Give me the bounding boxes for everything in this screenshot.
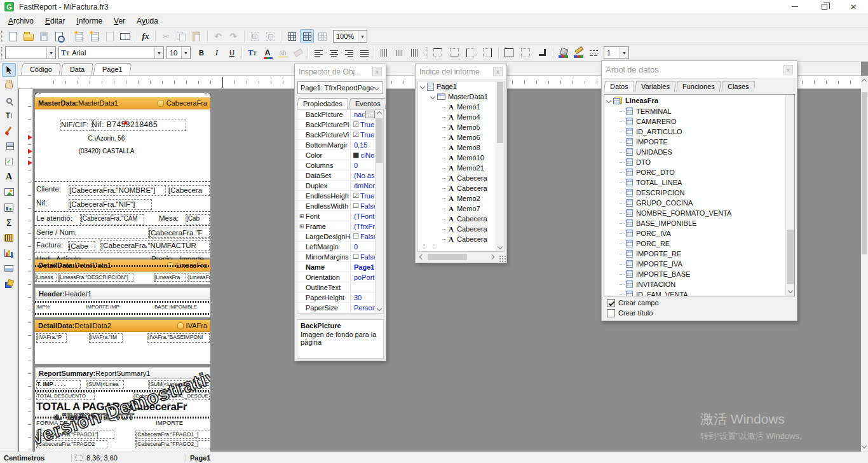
underline-button[interactable]: U [225, 46, 239, 60]
outline-node-memo[interactable]: A Cabecera [418, 214, 504, 224]
chevron-down-icon[interactable] [430, 94, 435, 99]
property-row[interactable]: Columns 0 [297, 160, 383, 170]
band-header-masterdata1[interactable]: MasterData: MasterData1 CabeceraFra [35, 97, 210, 109]
data-tree-tab[interactable]: Datos [604, 81, 635, 92]
tab-propiedades[interactable]: Propiedades [297, 98, 349, 109]
outline-node-memo[interactable]: A Memo4 [418, 112, 504, 122]
open-button[interactable] [22, 29, 36, 43]
memo[interactable]: Factura: [36, 240, 67, 251]
frame-bottom-button[interactable] [447, 46, 461, 60]
property-row[interactable]: OutlineText [297, 282, 383, 293]
maximize-button[interactable] [810, 0, 839, 14]
memo[interactable]: Cliente: [36, 184, 67, 196]
scrollbar-thumb[interactable] [428, 254, 467, 260]
show-grid-button[interactable] [285, 29, 299, 43]
outline-node-memo[interactable]: A Cabecera [418, 224, 504, 234]
scroll-up-icon[interactable] [377, 111, 382, 116]
dataset-node[interactable]: LineasFra [604, 95, 794, 106]
style-select[interactable]: ▼ [5, 46, 56, 59]
designer-tab[interactable]: Código [21, 63, 62, 75]
checkbox-unchecked-icon[interactable] [607, 309, 615, 317]
memo[interactable]: (03420) CASTALLA [64, 148, 149, 158]
chevron-down-icon[interactable] [420, 84, 425, 89]
memo[interactable]: Nif: [36, 198, 62, 210]
data-field-row[interactable]: PORC_DTO [604, 167, 794, 177]
tab-eventos[interactable]: Eventos [349, 98, 387, 109]
format-eraser-button[interactable] [291, 46, 305, 60]
memo[interactable]: [CabeceraFra."FPAGO1_] [135, 431, 210, 439]
fill-color-button[interactable] [557, 46, 571, 60]
property-row[interactable]: MirrorMargins ☐False [297, 252, 383, 262]
scrollbar-vertical[interactable] [496, 81, 504, 251]
value-state-icon[interactable]: ☑ [353, 130, 359, 139]
data-field-row[interactable]: IMPORTE_IVA [604, 259, 794, 269]
scrollbar-horizontal[interactable] [417, 252, 498, 261]
create-title-option[interactable]: Crear título [604, 308, 795, 318]
band-header-detaildata2[interactable]: DetailData: DetailData2 IVAFra [35, 320, 210, 332]
value-state-icon[interactable]: ■ [353, 151, 359, 159]
ungroup-button[interactable] [263, 29, 277, 43]
scroll-right-icon[interactable] [489, 254, 494, 259]
scroll-left-icon[interactable] [419, 254, 424, 259]
scroll-down-icon[interactable] [788, 288, 793, 293]
scroll-down-icon[interactable] [862, 443, 867, 448]
property-row[interactable]: ⊞ Frame (TfrxFram [297, 221, 383, 232]
checkbox-checked-icon[interactable] [607, 299, 615, 307]
outline-node-memo[interactable]: A Memo7 [418, 204, 504, 214]
zoom-tool-button[interactable] [2, 93, 16, 107]
memo[interactable]: [Cabecera [168, 185, 210, 196]
shape-tool-button[interactable] [2, 261, 16, 275]
chart-tool-button[interactable] [2, 246, 16, 260]
data-field-row[interactable]: CAMARERO [604, 116, 794, 127]
create-field-option[interactable]: Crear campo [604, 298, 795, 308]
menu-item[interactable]: Editar [39, 15, 71, 27]
outline-node-page[interactable]: Page1 [418, 81, 504, 92]
data-tree-tab[interactable]: Clases [721, 81, 755, 92]
snap-to-grid-button[interactable] [300, 29, 314, 43]
new-report-button[interactable] [6, 29, 20, 43]
data-field-row[interactable]: BASE_IMPONIBLE [604, 218, 794, 228]
property-row[interactable]: PaperSize Personaliz [297, 303, 383, 313]
insert-band-tool-button[interactable] [2, 139, 16, 153]
band-header-header1[interactable]: Header: Header1 [35, 287, 210, 300]
designer-tab[interactable]: Page1 [93, 63, 132, 75]
italic-button[interactable]: I [210, 46, 224, 60]
memo[interactable]: Le atendió: [36, 214, 78, 224]
menu-item[interactable]: Ver [108, 15, 131, 27]
property-row[interactable]: Orientation poPortrai [297, 272, 383, 282]
property-row[interactable]: Color ■clNone [297, 150, 383, 160]
outline-node-memo[interactable]: A Memo21 [418, 163, 504, 173]
property-row[interactable]: BackPicture nado)… [297, 109, 383, 120]
expand-icon[interactable]: ⊞ [297, 213, 306, 219]
outline-node-memo[interactable]: A Cabecera [418, 173, 504, 183]
memo[interactable]: C.\Azorin, 56 [64, 135, 149, 144]
undo-button[interactable]: ↶ [211, 29, 225, 43]
property-row[interactable]: ⊞ Font (TFont) [297, 211, 383, 221]
outline-node-memo[interactable]: A Memo5 [418, 122, 504, 132]
menu-item[interactable]: Archivo [3, 15, 39, 27]
memo[interactable]: NIF/CIF: [60, 120, 94, 131]
memo[interactable]: T. IMP . . . . [36, 380, 81, 389]
frame-shadow-button[interactable] [535, 46, 549, 60]
hand-tool-button[interactable] [2, 78, 16, 92]
value-state-icon[interactable]: ☐ [353, 252, 359, 261]
panel-title-bar[interactable]: Indice del informex [416, 64, 506, 79]
data-field-row[interactable]: IMPORTE [604, 137, 794, 147]
redo-button[interactable]: ↷ [226, 29, 240, 43]
data-field-row[interactable]: UNIDADES [604, 147, 794, 157]
outline-node-memo[interactable]: A Cabecera [418, 183, 504, 193]
property-row[interactable]: LargeDesignH ☐False [297, 232, 383, 242]
memo[interactable]: BASE IMPONIBLE [154, 304, 209, 312]
font-settings-button[interactable]: TT [245, 46, 259, 60]
frame-left-button[interactable] [464, 46, 478, 60]
close-icon[interactable]: x [372, 67, 382, 76]
outline-node-memo[interactable]: A Memo2 [418, 193, 504, 204]
barcode-tool-button[interactable] [2, 231, 16, 245]
memo[interactable]: [CabeceraFra."CAM [80, 214, 144, 225]
expand-icon[interactable]: ⊞ [297, 223, 306, 230]
data-field-row[interactable]: GRUPO_COCINA [604, 198, 794, 208]
memo[interactable]: [CabeceraFra."NUMFACTUR [100, 240, 210, 251]
property-row[interactable]: BackPicturePi ☑True [297, 120, 383, 130]
sum-tool-button[interactable]: Σ [2, 216, 16, 230]
data-field-row[interactable]: PORC_IVA [604, 228, 794, 238]
